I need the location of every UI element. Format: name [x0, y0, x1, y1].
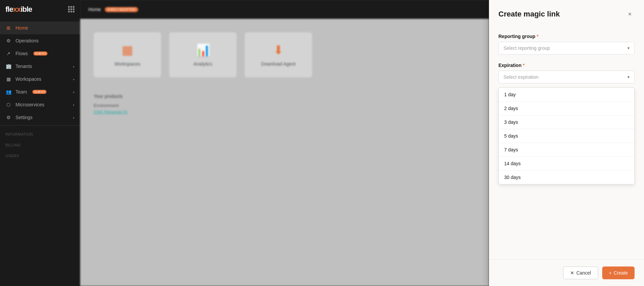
- chevron-icon: ▸: [73, 65, 75, 68]
- dropdown-item-7days[interactable]: 7 days: [499, 143, 634, 157]
- close-button[interactable]: ×: [625, 9, 635, 19]
- chevron-down-icon: ▾: [627, 75, 630, 79]
- sidebar-item-label: Team: [16, 89, 27, 95]
- cards-row: ▦ Workspaces 📊 Analytics ⬇ Download Agen…: [94, 32, 476, 77]
- modal-footer: ✕ Cancel + Create: [489, 259, 644, 286]
- chevron-icon: ▸: [73, 77, 75, 81]
- expiration-label: Expiration *: [498, 63, 635, 68]
- dropdown-item-2days[interactable]: 2 days: [499, 102, 634, 115]
- sidebar-item-workspaces[interactable]: ▦ Workspaces ▸: [0, 73, 80, 85]
- modal-panel: Create magic link × Reporting group * Se…: [489, 0, 644, 286]
- modal-header: Create magic link ×: [489, 0, 644, 26]
- dropdown-item-1day[interactable]: 1 day: [499, 88, 634, 102]
- dropdown-item-5days[interactable]: 5 days: [499, 129, 634, 143]
- card-label: Workspaces: [115, 61, 141, 67]
- settings-icon: ⚙: [5, 114, 11, 120]
- expiration-placeholder: Select expiration: [503, 74, 539, 80]
- sidebar-item-microservices[interactable]: ⬡ Microservices ▸: [0, 98, 80, 111]
- sidebar: flexxible ⊞ Home ⚙ Operations ↗ Flows NU…: [0, 0, 80, 286]
- chevron-down-icon: ▾: [627, 46, 630, 50]
- dropdown-item-14days[interactable]: 14 days: [499, 157, 634, 171]
- flows-icon: ↗: [5, 50, 11, 57]
- card-workspaces: ▦ Workspaces: [94, 32, 161, 77]
- card-download-agent: ⬇ Download Agent: [245, 32, 312, 77]
- status-badge: EARLY ADOPTER: [105, 7, 138, 12]
- required-asterisk: *: [523, 63, 524, 68]
- chevron-icon: ▸: [73, 116, 75, 119]
- grid-icon[interactable]: [68, 6, 75, 13]
- section-information: Information: [0, 127, 80, 138]
- sidebar-item-label: Microservices: [16, 102, 44, 107]
- modal-body: Reporting group * Select reporting group…: [489, 26, 644, 259]
- workspaces-icon: ▦: [5, 76, 11, 82]
- home-icon: ⊞: [5, 25, 11, 31]
- main-topbar: Home EARLY ADOPTER: [80, 0, 489, 19]
- sidebar-item-operations[interactable]: ⚙ Operations: [0, 34, 80, 47]
- card-label: Download Agent: [261, 61, 296, 67]
- plus-icon: +: [609, 270, 612, 276]
- chevron-icon: ▸: [73, 103, 75, 107]
- sidebar-item-label: Operations: [16, 38, 38, 43]
- env-link: CNX Personal #1: [94, 109, 476, 114]
- expiration-select[interactable]: Select expiration ▾: [498, 71, 635, 83]
- main-body: ▦ Workspaces 📊 Analytics ⬇ Download Agen…: [80, 19, 489, 128]
- reporting-group-placeholder: Select reporting group: [503, 45, 550, 51]
- cancel-button[interactable]: ✕ Cancel: [563, 266, 598, 279]
- download-card-icon: ⬇: [273, 43, 283, 57]
- reporting-group-label: Reporting group *: [498, 34, 635, 39]
- sidebar-item-label: Home: [16, 25, 28, 31]
- sidebar-item-settings[interactable]: ⚙ Settings ▸: [0, 111, 80, 124]
- sidebar-item-flows[interactable]: ↗ Flows NUEVO: [0, 47, 80, 60]
- analytics-card-icon: 📊: [195, 43, 211, 57]
- products-section: Your products Environment: CNX Personal …: [94, 94, 476, 114]
- expiration-dropdown-list: 1 day 2 days 3 days 5 days 7 days 14 day…: [498, 87, 635, 184]
- sidebar-header: flexxible: [0, 0, 80, 19]
- card-analytics: 📊 Analytics: [169, 32, 237, 77]
- logo: flexxible: [5, 5, 32, 14]
- team-icon: 👥: [5, 89, 11, 95]
- tenants-icon: 🏢: [5, 63, 11, 69]
- card-label: Analytics: [193, 61, 212, 67]
- team-badge: NUEVO: [32, 90, 47, 94]
- sidebar-item-label: Workspaces: [16, 76, 41, 82]
- main-content-area: Home EARLY ADOPTER ▦ Workspaces 📊 Analyt…: [80, 0, 489, 286]
- flows-badge: NUEVO: [33, 51, 48, 56]
- sidebar-item-home[interactable]: ⊞ Home: [0, 22, 80, 34]
- microservices-icon: ⬡: [5, 102, 11, 108]
- sidebar-item-label: Tenants: [16, 64, 32, 69]
- reporting-group-select[interactable]: Select reporting group ▾: [498, 42, 635, 55]
- sidebar-nav: ⊞ Home ⚙ Operations ↗ Flows NUEVO 🏢 Tena…: [0, 19, 80, 286]
- sidebar-item-label: Settings: [16, 115, 33, 120]
- modal-title: Create magic link: [498, 10, 560, 19]
- section-billing: Billing: [0, 138, 80, 148]
- section-users: Users: [0, 148, 80, 159]
- create-button[interactable]: + Create: [602, 266, 635, 279]
- operations-icon: ⚙: [5, 38, 11, 44]
- cancel-x-icon: ✕: [570, 270, 574, 276]
- breadcrumb: Home: [88, 7, 101, 12]
- sidebar-item-tenants[interactable]: 🏢 Tenants ▸: [0, 60, 80, 73]
- products-title: Your products: [94, 94, 476, 99]
- workspaces-card-icon: ▦: [122, 43, 133, 57]
- dropdown-item-3days[interactable]: 3 days: [499, 115, 634, 129]
- dropdown-item-30days[interactable]: 30 days: [499, 171, 634, 184]
- sidebar-item-team[interactable]: 👥 Team NUEVO ▸: [0, 85, 80, 98]
- divider: [0, 125, 80, 126]
- required-asterisk: *: [537, 34, 539, 39]
- environment-label: Environment:: [94, 103, 476, 108]
- chevron-icon: ▸: [73, 90, 75, 94]
- sidebar-item-label: Flows: [16, 51, 28, 56]
